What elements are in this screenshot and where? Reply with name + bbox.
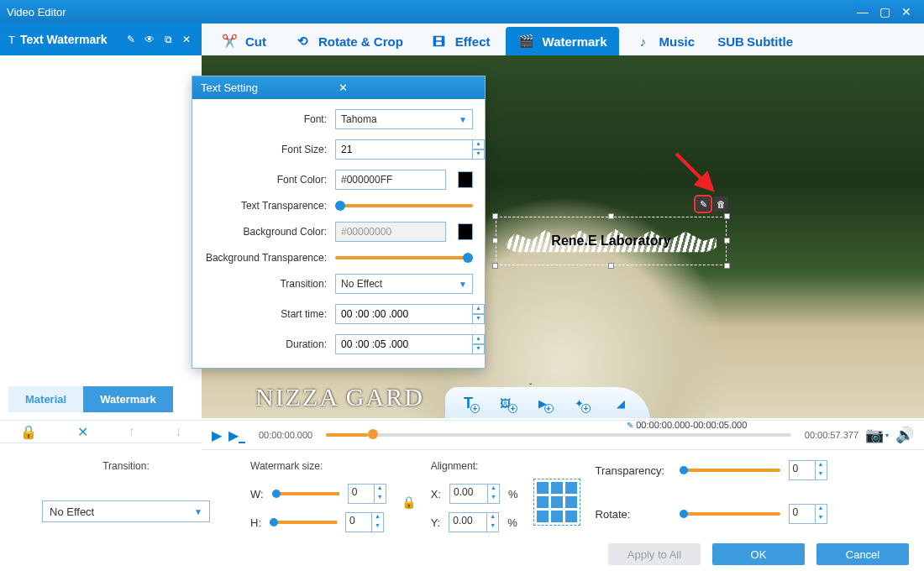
panel-transition-select[interactable]: No Effect▼: [42, 500, 210, 522]
fontcolor-input[interactable]: #000000FF: [335, 170, 446, 190]
starttime-input[interactable]: ▲▼: [335, 304, 485, 324]
list-actions: 🔒 ✕ ↑ ↓: [0, 420, 202, 443]
transp-label: Transparency:: [596, 464, 671, 477]
transition-label: Transition:: [201, 278, 327, 290]
bg-transparency-slider[interactable]: [335, 256, 473, 259]
font-select[interactable]: Tahoma▼: [335, 109, 473, 129]
tab-music[interactable]: ♪ Music: [622, 27, 707, 55]
ok-button[interactable]: OK: [712, 543, 805, 565]
h-slider[interactable]: [270, 521, 337, 524]
time-total: 00:00:57.377: [805, 430, 858, 440]
music-icon: ♪: [634, 32, 653, 50]
rotate-slider[interactable]: [680, 512, 780, 516]
watermark-delete-icon[interactable]: 🗑: [713, 196, 728, 212]
dialog-title: Text Setting: [201, 81, 339, 94]
play-button[interactable]: ▶: [212, 427, 222, 443]
x-input[interactable]: 0.00▲▼: [449, 484, 500, 504]
title-bar: Video Editor — ▢ ✕: [0, 0, 924, 24]
time-current: 00:00:00.000: [259, 430, 312, 440]
minimize-button[interactable]: —: [852, 5, 874, 18]
watermark-overlay[interactable]: Rene.E Laboratory: [496, 217, 727, 265]
tab-rotate[interactable]: ⟲ Rotate & Crop: [281, 27, 415, 55]
move-up-icon[interactable]: ↑: [128, 424, 134, 439]
eye-icon[interactable]: 👁: [143, 34, 156, 45]
add-watermark-toolbar: T+ 🖼+ ▶+ ✦+ ◢: [445, 387, 650, 418]
dialog-body: Font: Tahoma▼ Font Size: ▲▼ Font Color: …: [192, 99, 485, 368]
volume-icon[interactable]: 🔊: [895, 426, 914, 444]
transparency-slider[interactable]: [680, 469, 780, 472]
text-setting-dialog[interactable]: Text Setting ✕ Font: Tahoma▼ Font Size: …: [192, 76, 486, 369]
align-hdr: Alignment:: [431, 460, 518, 472]
starttime-label: Start time:: [201, 308, 327, 320]
timeline-track[interactable]: 00:00:00.000-00:00:05.000: [326, 433, 791, 437]
edit-icon[interactable]: ✎: [124, 34, 138, 45]
duration-label: Duration:: [201, 338, 327, 350]
size-hdr: Watermark size:: [250, 460, 386, 472]
watermark-list-tab[interactable]: Watermark: [83, 386, 173, 412]
sidebar-header: T Text Watermark ✎ 👁 ⧉ ✕: [0, 24, 202, 55]
delete-icon[interactable]: ✕: [77, 424, 88, 440]
text-transparency-slider[interactable]: [335, 204, 473, 207]
properties-panel: Transition: No Effect▼ Watermark size: W…: [0, 450, 924, 544]
add-shape-watermark-button[interactable]: ✦+: [571, 390, 596, 416]
duration-input[interactable]: ▲▼: [335, 334, 485, 354]
tab-cut[interactable]: ✂️ Cut: [208, 27, 278, 55]
alignment-grid[interactable]: [533, 479, 580, 526]
tab-effect[interactable]: 🎞 Effect: [418, 27, 502, 55]
remove-icon[interactable]: ✕: [180, 34, 193, 45]
bgtrans-label: Background Transparence:: [201, 252, 327, 264]
add-text-watermark-button[interactable]: T+: [460, 390, 486, 416]
transparency-input[interactable]: 0▲▼: [789, 460, 827, 480]
dialog-close-icon[interactable]: ✕: [339, 81, 476, 94]
playhead[interactable]: [368, 429, 378, 439]
close-button[interactable]: ✕: [895, 5, 917, 18]
watermark-text: Rene.E Laboratory: [551, 233, 670, 249]
rotate-input[interactable]: 0▲▼: [789, 504, 827, 524]
text-icon: T: [8, 34, 15, 46]
source-caption: NIZZA GARD: [255, 383, 424, 411]
bgcolor-swatch[interactable]: [458, 223, 473, 240]
window-title: Video Editor: [7, 6, 852, 18]
fontsize-input[interactable]: ▲▼: [335, 139, 485, 160]
svg-line-0: [676, 154, 712, 190]
fontcolor-label: Font Color:: [201, 174, 327, 186]
rotate-label: Rotate:: [596, 508, 671, 521]
remove-watermark-button[interactable]: ◢: [608, 390, 633, 416]
maximize-button[interactable]: ▢: [874, 5, 895, 18]
tab-watermark[interactable]: 🎬 Watermark: [506, 27, 619, 55]
move-down-icon[interactable]: ↓: [175, 424, 181, 439]
bgcolor-input[interactable]: #00000000: [335, 222, 446, 242]
dialog-titlebar[interactable]: Text Setting ✕: [192, 76, 485, 99]
fontcolor-swatch[interactable]: [458, 171, 473, 188]
apply-all-button[interactable]: Apply to All: [608, 543, 701, 565]
watermark-range-label: 00:00:00.000-00:00:05.000: [627, 420, 747, 430]
cancel-button[interactable]: Cancel: [816, 543, 909, 565]
step-button[interactable]: ▶: [228, 427, 245, 443]
transition-select[interactable]: No Effect▼: [335, 274, 473, 294]
snapshot-button[interactable]: 📷▾: [865, 426, 889, 444]
lock-icon[interactable]: 🔒: [20, 424, 37, 440]
effect-icon: 🎞: [430, 32, 449, 50]
timeline: ▶ ▶ 00:00:00.000 00:00:00.000-00:00:05.0…: [202, 420, 924, 450]
bgcolor-label: Background Color:: [201, 226, 327, 238]
y-input[interactable]: 0.00▲▼: [449, 512, 499, 532]
aspect-lock-icon[interactable]: 🔒: [402, 495, 416, 509]
h-input[interactable]: 0▲▼: [345, 512, 384, 532]
sidebar: T Text Watermark ✎ 👁 ⧉ ✕: [0, 24, 202, 388]
transition-hdr: Transition:: [17, 460, 235, 472]
tool-tabs: ✂️ Cut ⟲ Rotate & Crop 🎞 Effect 🎬 Waterm…: [202, 24, 924, 56]
fontsize-label: Font Size:: [201, 144, 327, 155]
add-image-watermark-button[interactable]: 🖼+: [497, 390, 522, 416]
rotate-icon: ⟲: [293, 32, 312, 50]
w-slider[interactable]: [272, 492, 339, 495]
tab-subtitle[interactable]: SUB Subtitle: [710, 27, 805, 55]
material-tab[interactable]: Material: [8, 386, 83, 412]
x-label: X:: [431, 488, 441, 500]
watermark-mini-toolbar: ✎ 🗑: [696, 196, 728, 212]
watermark-edit-icon[interactable]: ✎: [696, 196, 711, 212]
duplicate-icon[interactable]: ⧉: [161, 34, 175, 45]
y-label: Y:: [431, 516, 441, 529]
font-label: Font:: [201, 113, 327, 125]
add-video-watermark-button[interactable]: ▶+: [534, 390, 559, 416]
w-input[interactable]: 0▲▼: [348, 484, 386, 504]
